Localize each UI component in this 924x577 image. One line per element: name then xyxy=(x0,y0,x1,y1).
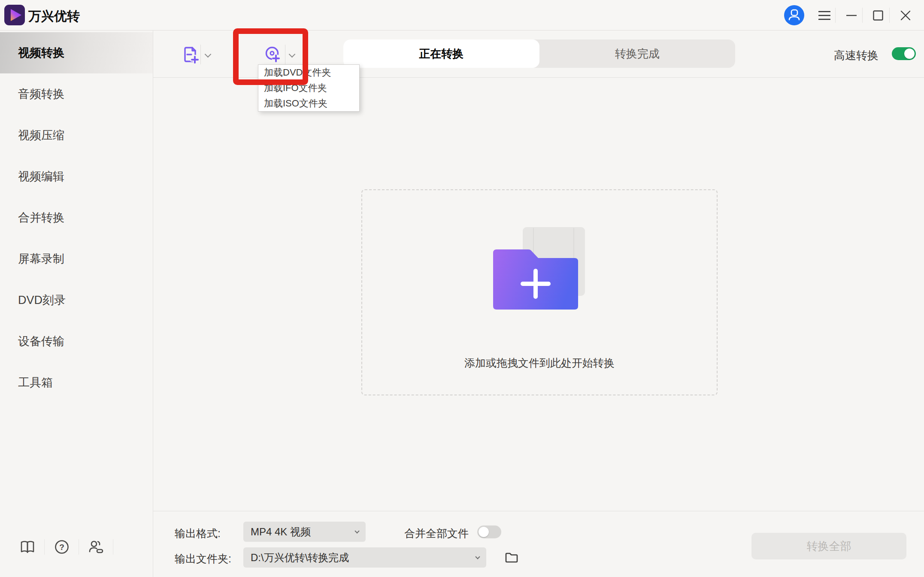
sidebar: 视频转换 音频转换 视频压缩 视频编辑 合并转换 屏幕录制 DVD刻录 设备传输… xyxy=(0,30,153,577)
dropzone-hint: 添加或拖拽文件到此处开始转换 xyxy=(362,356,717,370)
convert-tabs: 正在转换 转换完成 xyxy=(343,39,735,68)
tab-finished[interactable]: 转换完成 xyxy=(539,39,736,68)
sidebar-item-video-edit[interactable]: 视频编辑 xyxy=(0,156,153,197)
sidebar-item-merge-convert[interactable]: 合并转换 xyxy=(0,197,153,238)
guide-book-icon xyxy=(20,539,35,555)
fast-convert-label: 高速转换 xyxy=(834,48,879,63)
menu-item-load-iso-folder[interactable]: 加载ISO文件夹 xyxy=(258,96,359,111)
minimize-icon xyxy=(846,15,857,16)
chevron-down-icon xyxy=(475,554,480,559)
add-file-dropdown-button[interactable] xyxy=(206,51,210,58)
sidebar-item-toolbox[interactable]: 工具箱 xyxy=(0,362,153,403)
sidebar-item-label: 视频编辑 xyxy=(18,169,64,184)
titlebar: 万兴优转 xyxy=(0,0,924,30)
titlebar-separator xyxy=(889,8,890,23)
sidebar-item-label: 音频转换 xyxy=(18,86,64,102)
sidebar-item-label: 视频压缩 xyxy=(18,128,64,143)
folder-icon xyxy=(504,550,519,565)
titlebar-separator xyxy=(862,8,863,23)
add-dvd-dropdown-button[interactable] xyxy=(290,51,294,58)
close-icon xyxy=(900,10,911,21)
sidebar-item-label: 工具箱 xyxy=(18,375,53,390)
toggle-knob xyxy=(904,49,915,59)
share-button[interactable] xyxy=(88,539,104,555)
output-format-label: 输出格式: xyxy=(175,526,221,541)
footer-separator xyxy=(113,539,113,555)
sidebar-item-label: 视频转换 xyxy=(18,45,64,61)
chevron-down-icon xyxy=(205,51,212,58)
browse-folder-button[interactable] xyxy=(504,550,519,565)
menu-item-load-dvd-folder[interactable]: 加载DVD文件夹 xyxy=(258,65,359,80)
dvd-dropdown-menu: 加载DVD文件夹 加载IFO文件夹 加载ISO文件夹 xyxy=(258,64,360,112)
convert-all-button[interactable]: 转换全部 xyxy=(751,533,906,559)
add-dvd-icon xyxy=(263,45,282,64)
main-content: 正在转换 转换完成 高速转换 xyxy=(153,30,924,577)
tab-label: 正在转换 xyxy=(419,46,464,61)
app-title: 万兴优转 xyxy=(28,8,80,25)
merge-all-label: 合并全部文件 xyxy=(404,526,469,541)
chevron-down-icon xyxy=(354,528,359,533)
sidebar-item-label: 屏幕录制 xyxy=(18,251,64,267)
titlebar-separator xyxy=(835,8,836,23)
output-bar: 输出格式: MP4 4K 视频 合并全部文件 输出文件夹: D:\万兴优转\转换… xyxy=(153,511,924,577)
fast-convert-toggle[interactable] xyxy=(892,47,916,60)
hamburger-menu-icon xyxy=(818,11,830,20)
footer-separator xyxy=(44,539,45,555)
menu-item-load-ifo-folder[interactable]: 加载IFO文件夹 xyxy=(258,80,359,96)
add-folder-illustration xyxy=(493,227,588,312)
add-file-icon xyxy=(180,45,200,64)
add-dvd-button[interactable] xyxy=(263,45,282,64)
maximize-button[interactable] xyxy=(868,0,888,30)
sidebar-item-video-compress[interactable]: 视频压缩 xyxy=(0,115,153,156)
toggle-knob xyxy=(479,527,489,537)
output-folder-value: D:\万兴优转\转换完成 xyxy=(251,551,349,565)
file-dropzone[interactable]: 添加或拖拽文件到此处开始转换 xyxy=(361,189,718,395)
maximize-icon xyxy=(873,10,883,21)
toolbar-separator xyxy=(200,45,201,64)
account-avatar-icon xyxy=(784,5,804,25)
app-logo-icon xyxy=(4,5,25,25)
footer-separator xyxy=(79,539,79,555)
sidebar-item-label: 设备传输 xyxy=(18,334,64,349)
output-folder-select[interactable]: D:\万兴优转\转换完成 xyxy=(243,547,486,568)
toolbar-separator xyxy=(285,45,285,64)
sidebar-item-label: DVD刻录 xyxy=(18,292,66,308)
chevron-down-icon xyxy=(289,51,296,58)
menu-button[interactable] xyxy=(815,0,833,30)
sidebar-item-audio-convert[interactable]: 音频转换 xyxy=(0,73,153,115)
sidebar-item-video-convert[interactable]: 视频转换 xyxy=(0,32,153,73)
sidebar-item-device-transfer[interactable]: 设备传输 xyxy=(0,321,153,362)
help-button[interactable]: ? xyxy=(54,539,70,555)
close-button[interactable] xyxy=(895,0,916,30)
help-icon: ? xyxy=(54,539,70,555)
add-file-button[interactable] xyxy=(180,45,200,64)
svg-text:?: ? xyxy=(59,543,64,552)
sidebar-item-screen-record[interactable]: 屏幕录制 xyxy=(0,238,153,279)
tab-converting[interactable]: 正在转换 xyxy=(343,39,539,68)
account-avatar[interactable] xyxy=(784,0,804,30)
tab-label: 转换完成 xyxy=(615,46,660,61)
guide-button[interactable] xyxy=(20,539,35,555)
share-users-icon xyxy=(88,539,104,555)
output-folder-label: 输出文件夹: xyxy=(175,552,231,566)
output-format-select[interactable]: MP4 4K 视频 xyxy=(243,522,366,542)
merge-all-toggle[interactable] xyxy=(477,525,501,538)
sidebar-item-dvd-burn[interactable]: DVD刻录 xyxy=(0,279,153,321)
minimize-button[interactable] xyxy=(841,0,862,30)
output-format-value: MP4 4K 视频 xyxy=(251,525,311,539)
sidebar-item-label: 合并转换 xyxy=(18,210,64,225)
